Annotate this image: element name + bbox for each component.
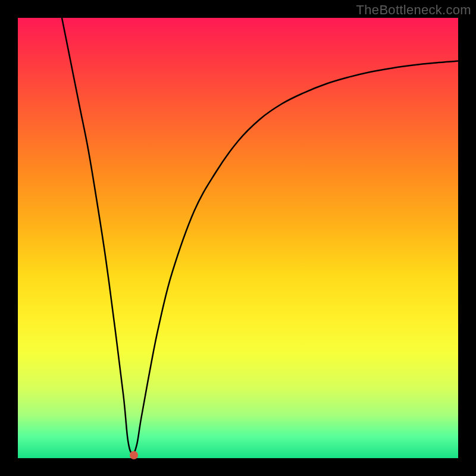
minimum-marker xyxy=(130,451,138,459)
bottleneck-curve xyxy=(18,18,458,458)
watermark-text: TheBottleneck.com xyxy=(356,2,471,18)
plot-area xyxy=(18,18,458,458)
chart-frame: TheBottleneck.com xyxy=(0,0,476,476)
